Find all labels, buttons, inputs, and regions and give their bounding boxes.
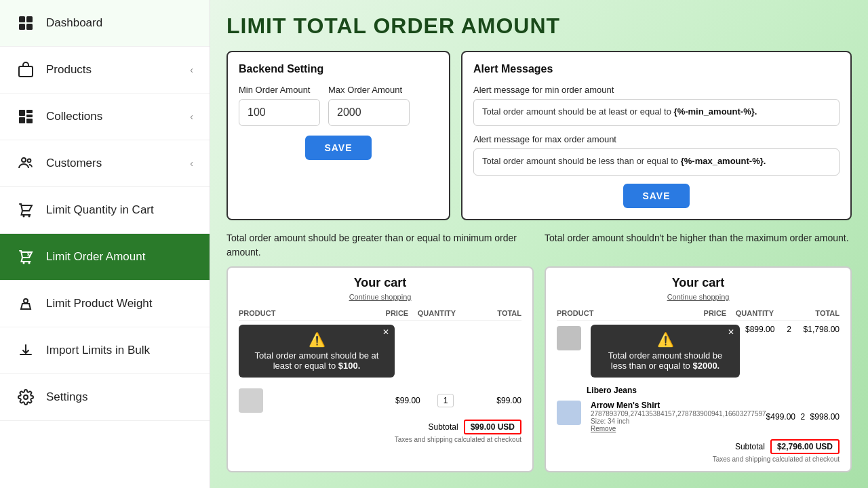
alert-max-row: Alert message for max order amount Total… xyxy=(473,134,840,176)
sidebar-item-limit-product-weight[interactable]: Limit Product Weight xyxy=(0,281,210,327)
close-alert-min-icon[interactable]: ✕ xyxy=(382,327,389,337)
cart-item2-price: $499.00 xyxy=(766,412,795,422)
cart-col-price-max: PRICE xyxy=(670,309,726,317)
cart-item2-meta: Arrow Men's Shirt 2787893709,27413538415… xyxy=(591,401,766,432)
sidebar-item-limit-order-amount[interactable]: $ Limit Order Amount xyxy=(0,234,210,281)
svg-point-12 xyxy=(23,216,25,218)
cart-col-product: PRODUCT xyxy=(239,309,352,317)
sidebar-item-import-limits[interactable]: Import Limits in Bulk xyxy=(0,327,210,374)
sidebar-item-dashboard[interactable]: Dashboard xyxy=(0,0,210,47)
sidebar-item-products-label: Products xyxy=(46,63,92,77)
cart-item-quantity-min: 1 xyxy=(420,396,471,405)
cart-item2-total: $998.00 xyxy=(810,412,840,422)
cart-taxes-min: Taxes and shipping calculated at checkou… xyxy=(239,436,521,443)
cart-item-min: $99.00 1 $99.00 xyxy=(239,388,521,413)
alert-max-placeholder: {%-max_amount-%}. xyxy=(681,156,766,166)
cart-col-quantity-max: QUANTITY xyxy=(726,309,783,317)
alert-save-row: SAVE xyxy=(473,184,840,208)
chevron-products-icon: ‹ xyxy=(190,64,193,75)
alert-messages-panel: Alert Messages Alert message for min ord… xyxy=(461,51,852,220)
cart-item1-name-area: Libero Jeans xyxy=(557,386,840,395)
cart-subtotal-row-min: Subtotal $99.00 USD xyxy=(239,417,521,434)
cart-preview-min: Your cart Continue shopping PRODUCT PRIC… xyxy=(226,266,534,472)
cart-continue-max[interactable]: Continue shopping xyxy=(557,293,840,301)
alert-min-text: Total order amount should be at least or… xyxy=(482,106,674,117)
sidebar-item-limit-quantity-cart[interactable]: Limit Quantity in Cart xyxy=(0,187,210,234)
qty-box-min[interactable]: 1 xyxy=(437,394,454,407)
cart-taxes-max: Taxes and shipping calculated at checkou… xyxy=(557,455,840,463)
svg-text:$: $ xyxy=(27,252,30,258)
cart-alert-min-text: Total order amount should be at least or… xyxy=(255,350,379,371)
sidebar-item-customers[interactable]: Customers ‹ xyxy=(0,140,210,187)
svg-rect-6 xyxy=(26,110,33,113)
alert-max-label: Alert message for max order amount xyxy=(473,134,840,144)
cart-item-img-min xyxy=(239,388,263,413)
cart-subtotal-row-max: Subtotal $2,796.00 USD xyxy=(557,436,840,454)
svg-point-15 xyxy=(28,262,31,264)
cart-alert-popup-max-wrap: ✕ ⚠️ Total order amount should be less t… xyxy=(591,325,740,383)
warning-icon-max: ⚠️ xyxy=(600,331,730,348)
cart-item1-name: Libero Jeans xyxy=(587,386,840,395)
import-icon xyxy=(16,341,35,360)
svg-point-14 xyxy=(23,262,25,264)
close-alert-max-icon[interactable]: ✕ xyxy=(728,327,734,337)
cart-panels: Your cart Continue shopping PRODUCT PRIC… xyxy=(226,266,852,472)
cart-item1-total: $1,798.00 xyxy=(804,325,840,334)
alert-min-row: Alert message for min order amount Total… xyxy=(473,85,840,126)
sidebar-item-import-limits-label: Import Limits in Bulk xyxy=(46,344,150,357)
svg-rect-1 xyxy=(26,16,33,22)
sidebar-item-limit-quantity-cart-label: Limit Quantity in Cart xyxy=(46,203,154,217)
alert-min-placeholder: {%-min_amount-%}. xyxy=(674,106,757,117)
alert-max-input[interactable]: Total order amount should be less than o… xyxy=(473,148,840,176)
min-order-input[interactable] xyxy=(239,99,320,126)
svg-rect-3 xyxy=(26,24,33,30)
cart-item2-name: Arrow Men's Shirt xyxy=(591,401,766,410)
min-order-group: Min Order Amount xyxy=(239,85,320,126)
cart-icon xyxy=(16,201,35,220)
page-title: LIMIT TOTAL ORDER AMOUNT xyxy=(226,14,852,39)
cart-col-product-max: PRODUCT xyxy=(557,309,670,317)
sidebar-item-collections[interactable]: Collections ‹ xyxy=(0,94,210,140)
sidebar: Dashboard Products ‹ Collections ‹ xyxy=(0,0,210,488)
desc-min: Total order amount should be greater tha… xyxy=(226,231,534,260)
subtotal-value-max: $2,796.00 USD xyxy=(770,439,840,454)
sidebar-item-settings[interactable]: Settings xyxy=(0,374,210,421)
chevron-collections-icon: ‹ xyxy=(190,111,193,122)
min-order-label: Min Order Amount xyxy=(239,85,320,95)
cart-item-price-min: $99.00 xyxy=(370,396,420,405)
sidebar-item-products[interactable]: Products ‹ xyxy=(0,47,210,94)
sidebar-item-dashboard-label: Dashboard xyxy=(46,16,102,30)
alert-save-button[interactable]: SAVE xyxy=(623,184,689,208)
svg-rect-7 xyxy=(26,115,33,117)
cart-alert-popup-min: ✕ ⚠️ Total order amount should be at lea… xyxy=(239,325,395,378)
svg-point-18 xyxy=(24,395,28,399)
collections-icon xyxy=(16,107,35,126)
cart-item2-id: 2787893709,274135384157,278783900941,166… xyxy=(591,410,766,418)
chevron-customers-icon: ‹ xyxy=(190,158,193,169)
cart-col-quantity: QUANTITY xyxy=(408,309,465,317)
svg-point-11 xyxy=(28,159,31,163)
max-order-group: Max Order Amount xyxy=(328,85,410,126)
alert-min-input[interactable]: Total order amount should be at least or… xyxy=(473,99,840,126)
cart-item1-price: $899.00 xyxy=(745,325,774,334)
customers-icon xyxy=(16,154,35,173)
cart-header-min: PRODUCT PRICE QUANTITY TOTAL xyxy=(239,306,521,321)
cart-item1-qty: 2 xyxy=(780,325,797,334)
cart-alert-max-text: Total order amount should be less than o… xyxy=(608,350,722,371)
cart-alert-popup-max: ✕ ⚠️ Total order amount should be less t… xyxy=(591,325,740,378)
cart-col-price: PRICE xyxy=(352,309,408,317)
backend-save-button[interactable]: SAVE xyxy=(305,136,371,160)
cart-item2-remove[interactable]: Remove xyxy=(591,425,766,432)
cart-alert-row-max: ✕ ⚠️ Total order amount should be less t… xyxy=(557,325,840,383)
backend-setting-title: Backend Setting xyxy=(239,63,438,75)
top-panels: Backend Setting Min Order Amount Max Ord… xyxy=(226,51,852,220)
max-order-label: Max Order Amount xyxy=(328,85,410,95)
alert-min-label: Alert message for min order amount xyxy=(473,85,840,95)
cart-continue-min[interactable]: Continue shopping xyxy=(239,293,521,301)
cart-item2-size: Size: 34 inch xyxy=(591,418,766,425)
subtotal-value-min: $99.00 USD xyxy=(464,420,521,434)
svg-point-10 xyxy=(22,158,26,162)
max-order-input[interactable] xyxy=(328,99,410,126)
cart-title-min: Your cart xyxy=(239,276,521,290)
svg-point-17 xyxy=(24,299,28,303)
